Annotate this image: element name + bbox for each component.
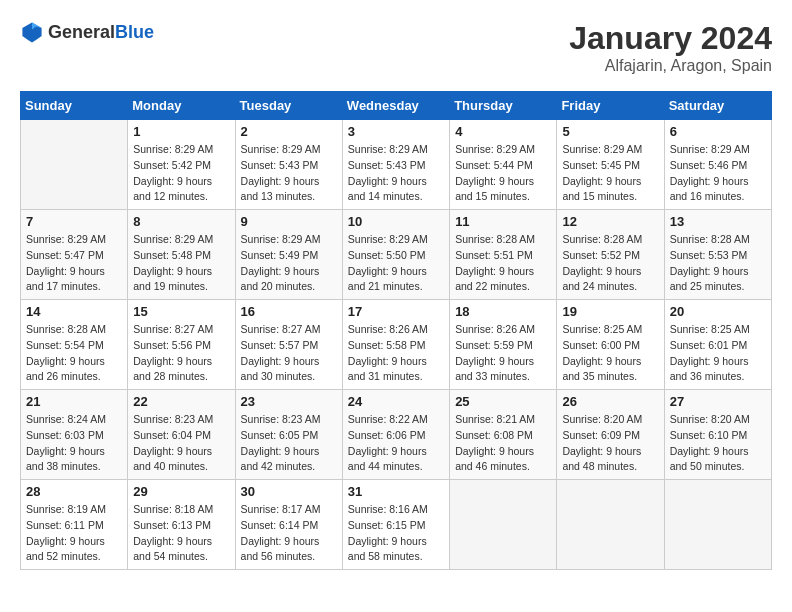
table-cell: 21Sunrise: 8:24 AMSunset: 6:03 PMDayligh… xyxy=(21,390,128,480)
day-number: 31 xyxy=(348,484,444,499)
header-sunday: Sunday xyxy=(21,92,128,120)
day-number: 6 xyxy=(670,124,766,139)
month-title: January 2024 xyxy=(569,20,772,57)
day-number: 20 xyxy=(670,304,766,319)
day-number: 2 xyxy=(241,124,337,139)
day-info: Sunrise: 8:29 AMSunset: 5:48 PMDaylight:… xyxy=(133,232,229,295)
week-row-1: 1Sunrise: 8:29 AMSunset: 5:42 PMDaylight… xyxy=(21,120,772,210)
header-wednesday: Wednesday xyxy=(342,92,449,120)
table-cell xyxy=(21,120,128,210)
day-info: Sunrise: 8:24 AMSunset: 6:03 PMDaylight:… xyxy=(26,412,122,475)
table-cell: 5Sunrise: 8:29 AMSunset: 5:45 PMDaylight… xyxy=(557,120,664,210)
table-cell: 28Sunrise: 8:19 AMSunset: 6:11 PMDayligh… xyxy=(21,480,128,570)
table-cell: 12Sunrise: 8:28 AMSunset: 5:52 PMDayligh… xyxy=(557,210,664,300)
day-number: 24 xyxy=(348,394,444,409)
table-cell xyxy=(557,480,664,570)
header-thursday: Thursday xyxy=(450,92,557,120)
day-number: 3 xyxy=(348,124,444,139)
day-info: Sunrise: 8:20 AMSunset: 6:09 PMDaylight:… xyxy=(562,412,658,475)
day-info: Sunrise: 8:27 AMSunset: 5:56 PMDaylight:… xyxy=(133,322,229,385)
table-cell: 4Sunrise: 8:29 AMSunset: 5:44 PMDaylight… xyxy=(450,120,557,210)
day-number: 27 xyxy=(670,394,766,409)
day-number: 8 xyxy=(133,214,229,229)
logo-general: General xyxy=(48,22,115,42)
table-cell: 18Sunrise: 8:26 AMSunset: 5:59 PMDayligh… xyxy=(450,300,557,390)
day-number: 5 xyxy=(562,124,658,139)
day-info: Sunrise: 8:29 AMSunset: 5:49 PMDaylight:… xyxy=(241,232,337,295)
day-info: Sunrise: 8:29 AMSunset: 5:43 PMDaylight:… xyxy=(241,142,337,205)
header: GeneralBlue January 2024 Alfajarin, Arag… xyxy=(20,20,772,75)
day-number: 13 xyxy=(670,214,766,229)
day-info: Sunrise: 8:28 AMSunset: 5:51 PMDaylight:… xyxy=(455,232,551,295)
day-info: Sunrise: 8:29 AMSunset: 5:47 PMDaylight:… xyxy=(26,232,122,295)
day-number: 12 xyxy=(562,214,658,229)
day-info: Sunrise: 8:29 AMSunset: 5:45 PMDaylight:… xyxy=(562,142,658,205)
day-number: 11 xyxy=(455,214,551,229)
day-number: 7 xyxy=(26,214,122,229)
day-number: 16 xyxy=(241,304,337,319)
table-cell: 11Sunrise: 8:28 AMSunset: 5:51 PMDayligh… xyxy=(450,210,557,300)
day-info: Sunrise: 8:25 AMSunset: 6:00 PMDaylight:… xyxy=(562,322,658,385)
day-number: 19 xyxy=(562,304,658,319)
week-row-5: 28Sunrise: 8:19 AMSunset: 6:11 PMDayligh… xyxy=(21,480,772,570)
table-cell: 17Sunrise: 8:26 AMSunset: 5:58 PMDayligh… xyxy=(342,300,449,390)
day-number: 4 xyxy=(455,124,551,139)
day-info: Sunrise: 8:29 AMSunset: 5:46 PMDaylight:… xyxy=(670,142,766,205)
table-cell: 24Sunrise: 8:22 AMSunset: 6:06 PMDayligh… xyxy=(342,390,449,480)
header-saturday: Saturday xyxy=(664,92,771,120)
day-info: Sunrise: 8:18 AMSunset: 6:13 PMDaylight:… xyxy=(133,502,229,565)
day-number: 18 xyxy=(455,304,551,319)
day-info: Sunrise: 8:28 AMSunset: 5:53 PMDaylight:… xyxy=(670,232,766,295)
table-cell: 31Sunrise: 8:16 AMSunset: 6:15 PMDayligh… xyxy=(342,480,449,570)
table-cell: 25Sunrise: 8:21 AMSunset: 6:08 PMDayligh… xyxy=(450,390,557,480)
day-number: 25 xyxy=(455,394,551,409)
day-info: Sunrise: 8:17 AMSunset: 6:14 PMDaylight:… xyxy=(241,502,337,565)
day-info: Sunrise: 8:22 AMSunset: 6:06 PMDaylight:… xyxy=(348,412,444,475)
table-cell: 19Sunrise: 8:25 AMSunset: 6:00 PMDayligh… xyxy=(557,300,664,390)
day-info: Sunrise: 8:27 AMSunset: 5:57 PMDaylight:… xyxy=(241,322,337,385)
day-number: 26 xyxy=(562,394,658,409)
header-tuesday: Tuesday xyxy=(235,92,342,120)
table-cell: 9Sunrise: 8:29 AMSunset: 5:49 PMDaylight… xyxy=(235,210,342,300)
day-info: Sunrise: 8:29 AMSunset: 5:43 PMDaylight:… xyxy=(348,142,444,205)
table-cell: 7Sunrise: 8:29 AMSunset: 5:47 PMDaylight… xyxy=(21,210,128,300)
day-number: 10 xyxy=(348,214,444,229)
table-cell: 26Sunrise: 8:20 AMSunset: 6:09 PMDayligh… xyxy=(557,390,664,480)
day-info: Sunrise: 8:29 AMSunset: 5:50 PMDaylight:… xyxy=(348,232,444,295)
day-number: 30 xyxy=(241,484,337,499)
day-info: Sunrise: 8:28 AMSunset: 5:52 PMDaylight:… xyxy=(562,232,658,295)
day-number: 22 xyxy=(133,394,229,409)
table-cell: 15Sunrise: 8:27 AMSunset: 5:56 PMDayligh… xyxy=(128,300,235,390)
week-row-4: 21Sunrise: 8:24 AMSunset: 6:03 PMDayligh… xyxy=(21,390,772,480)
day-number: 21 xyxy=(26,394,122,409)
day-info: Sunrise: 8:21 AMSunset: 6:08 PMDaylight:… xyxy=(455,412,551,475)
day-info: Sunrise: 8:25 AMSunset: 6:01 PMDaylight:… xyxy=(670,322,766,385)
table-cell: 2Sunrise: 8:29 AMSunset: 5:43 PMDaylight… xyxy=(235,120,342,210)
day-info: Sunrise: 8:26 AMSunset: 5:58 PMDaylight:… xyxy=(348,322,444,385)
table-cell: 6Sunrise: 8:29 AMSunset: 5:46 PMDaylight… xyxy=(664,120,771,210)
day-info: Sunrise: 8:23 AMSunset: 6:04 PMDaylight:… xyxy=(133,412,229,475)
day-number: 29 xyxy=(133,484,229,499)
day-info: Sunrise: 8:19 AMSunset: 6:11 PMDaylight:… xyxy=(26,502,122,565)
table-cell: 30Sunrise: 8:17 AMSunset: 6:14 PMDayligh… xyxy=(235,480,342,570)
table-cell xyxy=(450,480,557,570)
logo: GeneralBlue xyxy=(20,20,154,44)
table-cell: 20Sunrise: 8:25 AMSunset: 6:01 PMDayligh… xyxy=(664,300,771,390)
table-cell: 22Sunrise: 8:23 AMSunset: 6:04 PMDayligh… xyxy=(128,390,235,480)
table-cell: 3Sunrise: 8:29 AMSunset: 5:43 PMDaylight… xyxy=(342,120,449,210)
table-cell: 23Sunrise: 8:23 AMSunset: 6:05 PMDayligh… xyxy=(235,390,342,480)
day-number: 15 xyxy=(133,304,229,319)
day-info: Sunrise: 8:29 AMSunset: 5:44 PMDaylight:… xyxy=(455,142,551,205)
table-cell: 14Sunrise: 8:28 AMSunset: 5:54 PMDayligh… xyxy=(21,300,128,390)
table-cell: 29Sunrise: 8:18 AMSunset: 6:13 PMDayligh… xyxy=(128,480,235,570)
day-number: 17 xyxy=(348,304,444,319)
table-cell: 27Sunrise: 8:20 AMSunset: 6:10 PMDayligh… xyxy=(664,390,771,480)
day-number: 9 xyxy=(241,214,337,229)
title-area: January 2024 Alfajarin, Aragon, Spain xyxy=(569,20,772,75)
header-monday: Monday xyxy=(128,92,235,120)
weekday-header-row: Sunday Monday Tuesday Wednesday Thursday… xyxy=(21,92,772,120)
location-title: Alfajarin, Aragon, Spain xyxy=(569,57,772,75)
day-info: Sunrise: 8:23 AMSunset: 6:05 PMDaylight:… xyxy=(241,412,337,475)
table-cell: 13Sunrise: 8:28 AMSunset: 5:53 PMDayligh… xyxy=(664,210,771,300)
table-cell: 8Sunrise: 8:29 AMSunset: 5:48 PMDaylight… xyxy=(128,210,235,300)
